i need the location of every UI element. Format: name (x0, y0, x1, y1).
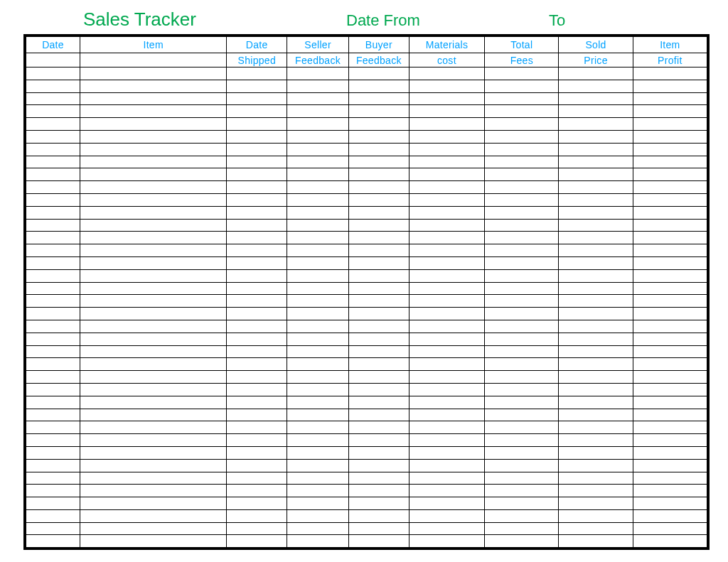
cell[interactable] (633, 421, 707, 434)
table-row[interactable] (26, 295, 707, 308)
cell[interactable] (26, 396, 80, 409)
cell[interactable] (26, 118, 80, 131)
cell[interactable] (287, 485, 349, 497)
cell[interactable] (633, 67, 707, 80)
cell[interactable] (26, 105, 80, 118)
cell[interactable] (287, 345, 349, 358)
cell[interactable] (80, 206, 227, 219)
cell[interactable] (349, 434, 410, 447)
cell[interactable] (227, 181, 287, 194)
cell[interactable] (409, 219, 484, 232)
cell[interactable] (409, 130, 484, 143)
cell[interactable] (227, 446, 287, 459)
cell[interactable] (633, 345, 707, 358)
cell[interactable] (349, 295, 410, 308)
cell[interactable] (633, 396, 707, 409)
cell[interactable] (409, 345, 484, 358)
cell[interactable] (26, 193, 80, 206)
cell[interactable] (349, 80, 410, 92)
cell[interactable] (227, 358, 287, 371)
cell[interactable] (349, 193, 410, 206)
cell[interactable] (287, 67, 349, 80)
cell[interactable] (633, 92, 707, 105)
cell[interactable] (409, 181, 484, 194)
cell[interactable] (26, 282, 80, 295)
cell[interactable] (287, 92, 349, 105)
cell[interactable] (227, 396, 287, 409)
cell[interactable] (409, 156, 484, 168)
table-row[interactable] (26, 358, 707, 371)
cell[interactable] (26, 130, 80, 143)
cell[interactable] (409, 434, 484, 447)
cell[interactable] (485, 383, 559, 396)
cell[interactable] (633, 320, 707, 333)
cell[interactable] (349, 421, 410, 434)
cell[interactable] (349, 358, 410, 371)
cell[interactable] (633, 256, 707, 269)
cell[interactable] (26, 371, 80, 384)
cell[interactable] (633, 181, 707, 194)
cell[interactable] (485, 320, 559, 333)
cell[interactable] (287, 371, 349, 384)
cell[interactable] (227, 383, 287, 396)
cell[interactable] (409, 168, 484, 181)
cell[interactable] (485, 219, 559, 232)
cell[interactable] (485, 269, 559, 282)
table-row[interactable] (26, 80, 707, 92)
cell[interactable] (633, 244, 707, 257)
cell[interactable] (227, 421, 287, 434)
cell[interactable] (559, 485, 633, 497)
cell[interactable] (227, 269, 287, 282)
cell[interactable] (227, 509, 287, 522)
cell[interactable] (349, 497, 410, 510)
cell[interactable] (287, 244, 349, 257)
cell[interactable] (80, 509, 227, 522)
cell[interactable] (80, 308, 227, 320)
cell[interactable] (26, 181, 80, 194)
cell[interactable] (227, 345, 287, 358)
cell[interactable] (26, 219, 80, 232)
cell[interactable] (559, 181, 633, 194)
cell[interactable] (409, 80, 484, 92)
cell[interactable] (485, 130, 559, 143)
cell[interactable] (559, 371, 633, 384)
cell[interactable] (409, 295, 484, 308)
cell[interactable] (485, 206, 559, 219)
cell[interactable] (633, 105, 707, 118)
cell[interactable] (227, 193, 287, 206)
table-row[interactable] (26, 434, 707, 447)
table-row[interactable] (26, 282, 707, 295)
table-row[interactable] (26, 396, 707, 409)
table-row[interactable] (26, 345, 707, 358)
cell[interactable] (227, 295, 287, 308)
cell[interactable] (485, 497, 559, 510)
cell[interactable] (559, 535, 633, 548)
table-row[interactable] (26, 383, 707, 396)
cell[interactable] (409, 308, 484, 320)
cell[interactable] (633, 206, 707, 219)
cell[interactable] (349, 168, 410, 181)
cell[interactable] (80, 522, 227, 535)
cell[interactable] (227, 497, 287, 510)
table-row[interactable] (26, 421, 707, 434)
cell[interactable] (26, 421, 80, 434)
cell[interactable] (409, 92, 484, 105)
cell[interactable] (485, 143, 559, 156)
cell[interactable] (26, 522, 80, 535)
table-row[interactable] (26, 485, 707, 497)
cell[interactable] (559, 345, 633, 358)
cell[interactable] (349, 92, 410, 105)
cell[interactable] (409, 472, 484, 485)
cell[interactable] (80, 269, 227, 282)
cell[interactable] (287, 80, 349, 92)
cell[interactable] (485, 168, 559, 181)
cell[interactable] (409, 118, 484, 131)
cell[interactable] (559, 244, 633, 257)
cell[interactable] (287, 497, 349, 510)
cell[interactable] (287, 168, 349, 181)
cell[interactable] (485, 446, 559, 459)
table-row[interactable] (26, 67, 707, 80)
cell[interactable] (287, 269, 349, 282)
cell[interactable] (349, 485, 410, 497)
cell[interactable] (26, 92, 80, 105)
